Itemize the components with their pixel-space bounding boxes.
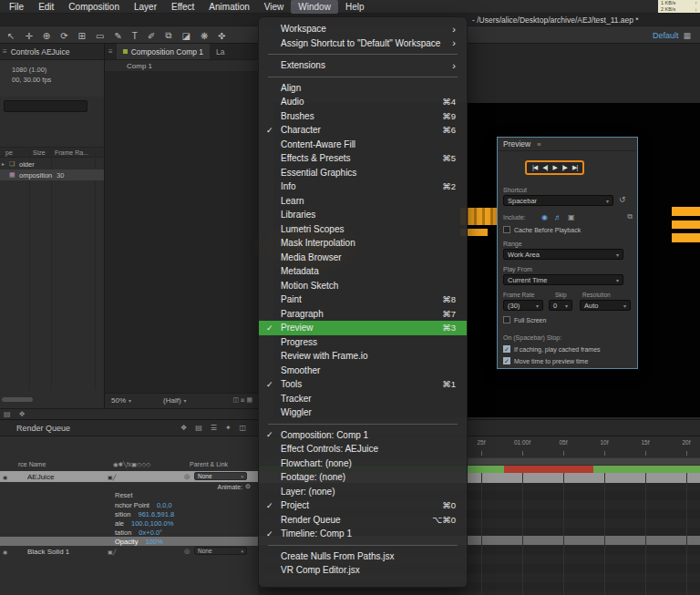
window-menu-item-flowchart-none[interactable]: Flowchart: (none) — [259, 457, 467, 471]
effect-controls-tab[interactable]: ≡ Controls AEJuice — [0, 44, 104, 60]
window-menu-item-motion-sketch[interactable]: Motion Sketch — [259, 279, 467, 293]
overlays-icon[interactable]: ▣ — [568, 213, 575, 221]
menubar-item-window[interactable]: Window — [291, 0, 338, 14]
window-menu-item-preview[interactable]: ✓Preview⌘3 — [259, 321, 467, 335]
reset-link[interactable]: Reset — [115, 491, 133, 499]
frame-blend-icon[interactable]: ◫ — [240, 424, 247, 432]
brush-tool-icon[interactable]: ✐ — [148, 31, 155, 41]
reset-icon[interactable]: ↺ — [619, 195, 626, 204]
window-menu-item-metadata[interactable]: Metadata — [259, 264, 467, 279]
menubar-item-edit[interactable]: Edit — [31, 0, 61, 14]
property-value[interactable]: 0,0,0 — [157, 501, 172, 509]
zoom-tool-icon[interactable]: ⊕ — [43, 31, 50, 41]
layer-tab[interactable]: La — [210, 47, 224, 56]
parent-select[interactable]: None ▾ — [194, 547, 247, 555]
window-menu-item-progress[interactable]: Progress — [259, 335, 467, 350]
window-menu-item-layer-none[interactable]: Layer: (none) — [259, 485, 467, 499]
item-name[interactable]: older — [19, 160, 35, 169]
eye-icon[interactable]: ◉ — [3, 474, 7, 480]
window-menu-item-essential-graphics[interactable]: Essential Graphics — [259, 166, 467, 180]
menubar-item-layer[interactable]: Layer — [127, 0, 164, 14]
project-flowchart-icon[interactable]: ▤ — [4, 410, 11, 418]
puppet-pin-tool-icon[interactable]: ✜ — [218, 31, 225, 41]
window-menu-item-media-browser[interactable]: Media Browser — [259, 251, 467, 265]
property-row-nchor-point[interactable]: nchor Point0,0,0 — [0, 500, 258, 509]
panel-menu-icon[interactable]: ≡ — [537, 140, 540, 149]
next-frame-button[interactable]: |▶ — [562, 164, 567, 171]
project-row-folder[interactable]: ▸ ❏ older — [0, 159, 104, 169]
orbit-camera-tool-icon[interactable]: ⟳ — [60, 31, 67, 41]
video-preview-icon[interactable]: ◉ — [541, 213, 548, 221]
pickwhip-icon[interactable]: ◎ — [184, 548, 190, 555]
type-tool-icon[interactable]: T — [132, 31, 138, 41]
menubar-item-help[interactable]: Help — [338, 0, 372, 14]
window-menu-item-assign-shortcut-to-default-workspace[interactable]: Assign Shortcut to "Default" Workspace› — [259, 36, 467, 51]
skip-select[interactable]: 0 ▾ — [549, 300, 572, 311]
clone-stamp-tool-icon[interactable]: ⧉ — [165, 30, 171, 41]
go-to-start-button[interactable]: |◀ — [532, 164, 537, 171]
pen-tool-icon[interactable]: ✎ — [114, 31, 121, 41]
window-menu-item-libraries[interactable]: Libraries — [259, 208, 467, 222]
cache-before-playback-checkbox[interactable]: Cache Before Playback — [503, 226, 581, 233]
animate-stopwatch-icon[interactable]: ⊙ — [245, 483, 251, 490]
window-menu-item-effect-controls-aejuice[interactable]: Effect Controls: AEJuice — [259, 442, 467, 457]
window-menu-item-align[interactable]: Align — [259, 81, 467, 96]
property-row-tation[interactable]: tation0x+0.0° — [0, 528, 258, 537]
horizontal-scrollbar[interactable] — [2, 397, 33, 402]
shape-tool-icon[interactable]: ▭ — [96, 31, 104, 41]
resolution-select[interactable]: Auto ▾ — [580, 300, 631, 311]
zoom-select[interactable]: 50% ▾ — [111, 396, 131, 405]
hand-tool-icon[interactable]: ✛ — [25, 31, 32, 41]
menubar-item-file[interactable]: File — [2, 0, 31, 14]
parent-link-column-header[interactable]: Parent & Link — [190, 461, 228, 467]
property-row-sition[interactable]: sition961.6,591.8 — [0, 509, 258, 518]
previous-frame-button[interactable]: ◀| — [542, 164, 547, 171]
menubar-item-effect[interactable]: Effect — [164, 0, 201, 14]
menubar-item-view[interactable]: View — [257, 0, 292, 14]
workspace-label[interactable]: Default — [653, 31, 679, 40]
type-column-header[interactable]: pe — [5, 149, 13, 156]
window-menu-item-paint[interactable]: Paint⌘8 — [259, 292, 467, 307]
draft-3d-icon[interactable]: ▤ — [195, 424, 202, 432]
menubar-item-animation[interactable]: Animation — [201, 0, 256, 14]
property-value[interactable]: 961.6,591.8 — [139, 510, 175, 518]
go-to-end-button[interactable]: ▶| — [572, 164, 577, 171]
window-menu-item-character[interactable]: ✓Character⌘6 — [259, 123, 467, 138]
eye-icon[interactable]: ◉ — [3, 549, 7, 555]
project-column-headers[interactable]: pe Size Frame Ra... — [0, 147, 104, 158]
composition-viewport[interactable] — [105, 72, 258, 393]
frame-rate-select[interactable]: (30) ▾ — [503, 300, 543, 311]
audio-preview-icon[interactable]: ♬ — [554, 213, 561, 221]
layer-switch-icons[interactable]: ▣╱ — [108, 474, 116, 480]
menubar-item-composition[interactable]: Composition — [61, 0, 127, 14]
pickwhip-icon[interactable]: ◎ — [184, 473, 190, 480]
window-menu-item-learn[interactable]: Learn — [259, 194, 467, 209]
window-menu-item-audio[interactable]: Audio⌘4 — [259, 95, 467, 109]
roto-brush-tool-icon[interactable]: ❋ — [201, 31, 208, 41]
window-menu-item-workspace[interactable]: Workspace› — [259, 22, 467, 36]
window-menu-item-lumetri-scopes[interactable]: Lumetri Scopes — [259, 222, 467, 237]
motion-blur-icon[interactable]: ✦ — [225, 424, 232, 432]
property-row-ale[interactable]: ale100.0,100.0% — [0, 518, 258, 528]
project-search-input[interactable] — [4, 100, 88, 112]
window-menu-item-review-with-frame-io[interactable]: Review with Frame.io — [259, 349, 467, 364]
window-menu-item-composition-comp-1[interactable]: ✓Composition: Comp 1 — [259, 428, 467, 443]
breadcrumb[interactable]: Comp 1 — [127, 62, 152, 70]
play-button[interactable]: ▶ — [552, 164, 556, 171]
composition-tab[interactable]: Composition Comp 1 — [117, 44, 210, 60]
window-menu-item-project[interactable]: ✓Project⌘0 — [259, 498, 467, 513]
selection-tool-icon[interactable]: ↖ — [7, 31, 15, 41]
layer-name[interactable]: Black Solid 1 — [27, 548, 69, 556]
live-update-icon[interactable]: ❖ — [180, 424, 187, 432]
source-name-column-header[interactable]: rce Name — [18, 461, 46, 467]
panel-menu-icon[interactable]: ≡ — [3, 47, 7, 56]
window-menu-item-footage-none[interactable]: Footage: (none) — [259, 470, 467, 485]
window-menu-item-paragraph[interactable]: Paragraph⌘7 — [259, 307, 467, 322]
property-value[interactable]: 0x+0.0° — [139, 528, 162, 537]
window-menu-item-brushes[interactable]: Brushes⌘9 — [259, 109, 467, 124]
window-menu-item-timeline-comp-1[interactable]: ✓Timeline: Comp 1 — [259, 527, 467, 541]
twirl-icon[interactable]: ▸ — [2, 160, 5, 167]
full-screen-checkbox[interactable]: Full Screen — [503, 316, 546, 323]
window-menu-item-effects-presets[interactable]: Effects & Presets⌘5 — [259, 151, 467, 166]
property-value[interactable]: 100.0,100.0% — [131, 519, 173, 528]
